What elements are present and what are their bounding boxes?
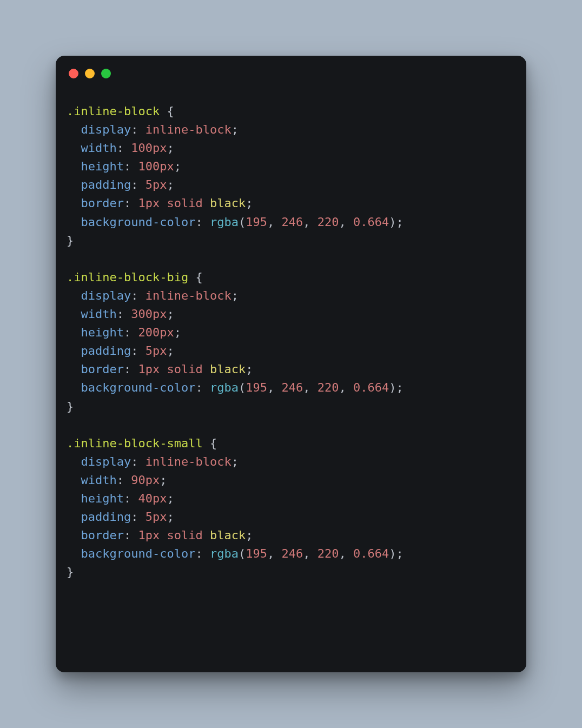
zoom-icon[interactable] xyxy=(101,69,111,78)
colon: : xyxy=(124,362,131,376)
css-value-token: , xyxy=(267,547,282,560)
css-value-token: ( xyxy=(239,215,246,229)
semicolon: ; xyxy=(167,178,174,191)
open-brace: { xyxy=(210,436,217,450)
code-window: .inline-block { display: inline-block; w… xyxy=(56,56,526,672)
css-value-token: solid xyxy=(167,528,202,542)
css-value-token: , xyxy=(339,547,353,560)
css-value-token: 0.664 xyxy=(353,547,389,560)
css-value-token: 5px xyxy=(146,510,167,524)
close-brace: } xyxy=(67,400,74,413)
semicolon: ; xyxy=(396,381,403,394)
css-value-token: rgba xyxy=(210,215,239,229)
semicolon: ; xyxy=(160,473,167,487)
semicolon: ; xyxy=(396,215,403,229)
css-value-token: 220 xyxy=(318,215,339,229)
css-property: height xyxy=(81,326,124,339)
css-value-token: black xyxy=(210,528,246,542)
css-property: display xyxy=(81,289,131,302)
css-value-token: 1px xyxy=(138,528,160,542)
css-property: padding xyxy=(81,178,131,191)
semicolon: ; xyxy=(174,326,181,339)
css-value-token: 200px xyxy=(138,326,174,339)
css-property: height xyxy=(81,492,124,505)
css-property: display xyxy=(81,455,131,468)
css-property: height xyxy=(81,160,124,173)
colon: : xyxy=(131,455,138,468)
colon: : xyxy=(131,178,138,191)
css-property: background-color xyxy=(81,547,196,560)
colon: : xyxy=(124,326,131,339)
css-value-token: ) xyxy=(389,547,396,560)
css-selector: .inline-block-big xyxy=(67,270,188,284)
css-property: background-color xyxy=(81,381,196,394)
colon: : xyxy=(117,307,124,321)
css-value-token: 1px xyxy=(138,362,160,376)
css-value-token: , xyxy=(339,215,353,229)
css-property: display xyxy=(81,123,131,136)
semicolon: ; xyxy=(167,141,174,155)
css-value-token: inline-block xyxy=(146,289,232,302)
close-brace: } xyxy=(67,234,74,247)
css-value-token: 195 xyxy=(246,215,267,229)
open-brace: { xyxy=(195,270,202,284)
css-property: border xyxy=(81,528,124,542)
css-value-token: ) xyxy=(389,381,396,394)
css-value-token: 220 xyxy=(318,381,339,394)
css-property: border xyxy=(81,196,124,210)
semicolon: ; xyxy=(167,344,174,358)
colon: : xyxy=(131,289,138,302)
colon: : xyxy=(124,528,131,542)
css-property: width xyxy=(81,473,117,487)
css-value-token: 5px xyxy=(146,178,167,191)
stage: .inline-block { display: inline-block; w… xyxy=(0,0,582,728)
css-value-token: 195 xyxy=(246,547,267,560)
css-selector: .inline-block xyxy=(67,104,160,118)
minimize-icon[interactable] xyxy=(85,69,95,78)
css-value-token: 300px xyxy=(131,307,167,321)
css-value-token: inline-block xyxy=(146,455,232,468)
semicolon: ; xyxy=(174,160,181,173)
semicolon: ; xyxy=(167,307,174,321)
css-value-token: 0.664 xyxy=(353,381,389,394)
titlebar xyxy=(56,56,526,83)
css-value-token: black xyxy=(210,362,246,376)
colon: : xyxy=(117,141,124,155)
css-value-token: , xyxy=(267,215,282,229)
css-value-token: black xyxy=(210,196,246,210)
css-value-token: inline-block xyxy=(146,123,232,136)
css-value-token: , xyxy=(303,547,318,560)
css-value-token: , xyxy=(267,381,282,394)
css-value-token: 195 xyxy=(246,381,267,394)
css-value-token: rgba xyxy=(210,381,239,394)
close-brace: } xyxy=(67,565,74,579)
css-value-token: 0.664 xyxy=(353,215,389,229)
semicolon: ; xyxy=(246,362,253,376)
css-value-token: solid xyxy=(167,196,202,210)
css-value-token: 246 xyxy=(281,547,303,560)
semicolon: ; xyxy=(232,455,239,468)
semicolon: ; xyxy=(232,289,239,302)
css-property: padding xyxy=(81,510,131,524)
close-icon[interactable] xyxy=(69,69,78,78)
colon: : xyxy=(131,344,138,358)
open-brace: { xyxy=(167,104,174,118)
css-value-token: 40px xyxy=(138,492,167,505)
semicolon: ; xyxy=(246,528,253,542)
css-property: border xyxy=(81,362,124,376)
semicolon: ; xyxy=(396,547,403,560)
colon: : xyxy=(117,473,124,487)
css-value-token: 1px xyxy=(138,196,160,210)
colon: : xyxy=(195,547,202,560)
code-editor[interactable]: .inline-block { display: inline-block; w… xyxy=(56,83,526,603)
semicolon: ; xyxy=(167,510,174,524)
css-value-token: , xyxy=(339,381,353,394)
semicolon: ; xyxy=(246,196,253,210)
css-value-token: 100px xyxy=(131,141,167,155)
css-selector: .inline-block-small xyxy=(67,436,203,450)
colon: : xyxy=(124,492,131,505)
colon: : xyxy=(124,196,131,210)
css-property: background-color xyxy=(81,215,196,229)
css-value-token: rgba xyxy=(210,547,239,560)
css-property: width xyxy=(81,141,117,155)
